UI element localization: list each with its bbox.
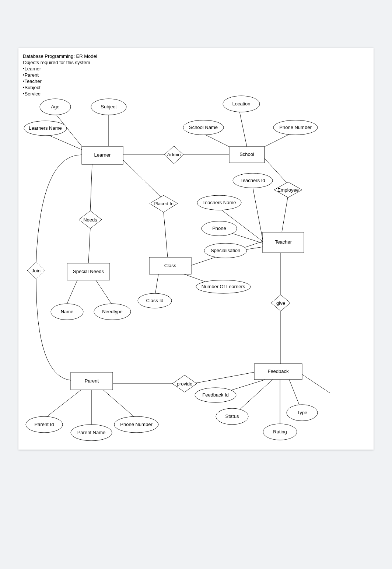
label-phone-number-parent: Phone Number bbox=[120, 422, 153, 427]
label-subject: Subject bbox=[101, 104, 117, 109]
label-phone-number-school: Phone Number bbox=[279, 125, 312, 130]
label-teacher: Teacher bbox=[275, 239, 292, 245]
svg-line-13 bbox=[96, 280, 112, 305]
label-learners-name: Learners Name bbox=[29, 125, 62, 131]
label-learner: Learner bbox=[94, 152, 111, 158]
svg-line-1 bbox=[45, 134, 82, 150]
label-feedback-id: Feedback Id bbox=[202, 392, 229, 398]
label-status: Status bbox=[225, 413, 239, 419]
svg-line-34 bbox=[302, 374, 330, 393]
svg-line-9 bbox=[164, 212, 168, 257]
label-employee: Employee bbox=[277, 187, 299, 193]
label-type: Type bbox=[297, 410, 307, 415]
svg-line-17 bbox=[282, 195, 288, 232]
label-provide: provide bbox=[177, 381, 193, 387]
label-parent-id: Parent Id bbox=[35, 422, 54, 427]
label-location: Location bbox=[232, 101, 250, 107]
label-admin: Admin bbox=[167, 152, 181, 157]
label-class-id: Class Id bbox=[146, 298, 164, 303]
label-specialisation: Specialisation bbox=[211, 248, 240, 253]
label-class: Class bbox=[164, 263, 176, 268]
svg-line-3 bbox=[203, 133, 229, 147]
label-name: Name bbox=[61, 309, 74, 314]
label-teachers-id: Teachers Id bbox=[240, 178, 265, 183]
label-parent: Parent bbox=[85, 378, 99, 384]
label-feedback: Feedback bbox=[267, 369, 289, 374]
label-school-name: School Name bbox=[189, 125, 218, 130]
label-needtype: Needtype bbox=[102, 309, 123, 314]
diagram-sheet: Database Programming: ER Model Objects r… bbox=[18, 48, 374, 450]
svg-line-8 bbox=[123, 160, 162, 198]
label-parent-name: Parent Name bbox=[77, 430, 106, 435]
svg-line-4 bbox=[239, 111, 247, 147]
svg-line-5 bbox=[265, 133, 291, 147]
label-number-of-learners: Number Of Learners bbox=[202, 284, 245, 289]
label-join: Join bbox=[32, 268, 41, 273]
label-phone: Phone bbox=[212, 226, 226, 231]
label-needs: Needs bbox=[83, 217, 97, 223]
svg-line-29 bbox=[195, 372, 254, 383]
label-special-needs: Special Needs bbox=[73, 269, 104, 274]
label-school: School bbox=[239, 151, 254, 157]
label-placed-in: Placed In bbox=[154, 201, 174, 206]
page: Database Programming: ER Model Objects r… bbox=[0, 0, 392, 569]
svg-line-27 bbox=[103, 390, 136, 419]
label-rating: Rating bbox=[273, 429, 287, 434]
svg-line-11 bbox=[88, 228, 90, 263]
label-give: give bbox=[276, 300, 285, 306]
svg-line-18 bbox=[253, 187, 263, 240]
label-teachers-name: Teachers Name bbox=[202, 200, 236, 205]
svg-line-25 bbox=[44, 390, 81, 419]
svg-line-10 bbox=[90, 164, 92, 211]
label-age: Age bbox=[51, 104, 59, 109]
er-diagram: Learner School Special Needs Class Teach… bbox=[18, 48, 374, 450]
svg-line-12 bbox=[66, 280, 77, 305]
